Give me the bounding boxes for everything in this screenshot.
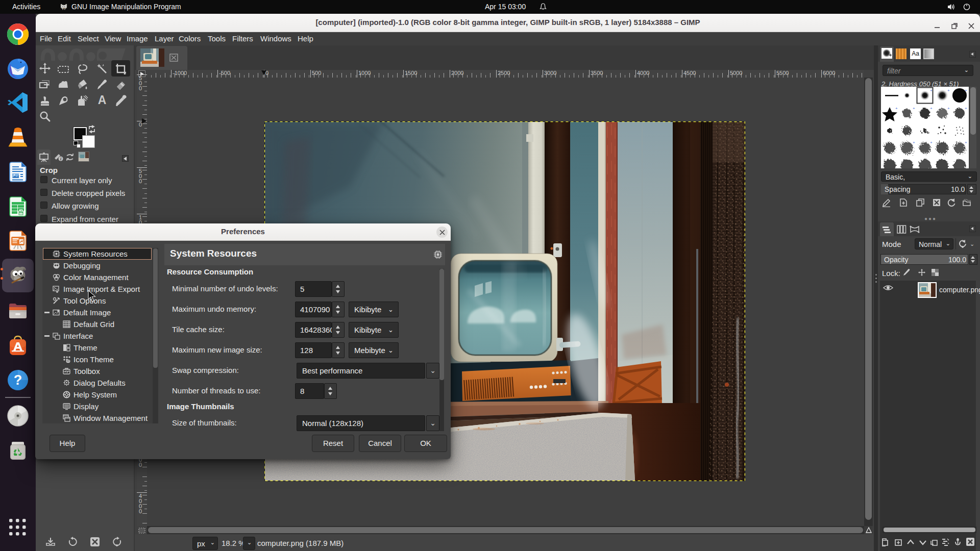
svg-text:+: + xyxy=(913,106,915,111)
svg-text:+: + xyxy=(947,106,950,111)
svg-text:+: + xyxy=(930,140,933,145)
svg-text:+: + xyxy=(913,140,915,145)
svg-text:+: + xyxy=(947,88,950,93)
svg-text:+: + xyxy=(965,88,967,93)
svg-text:+: + xyxy=(965,140,967,145)
svg-text:+: + xyxy=(895,106,898,111)
svg-text:?: ? xyxy=(14,372,22,388)
svg-text:+: + xyxy=(965,106,967,111)
svg-text:+: + xyxy=(930,88,933,93)
svg-text:+: + xyxy=(930,106,933,111)
